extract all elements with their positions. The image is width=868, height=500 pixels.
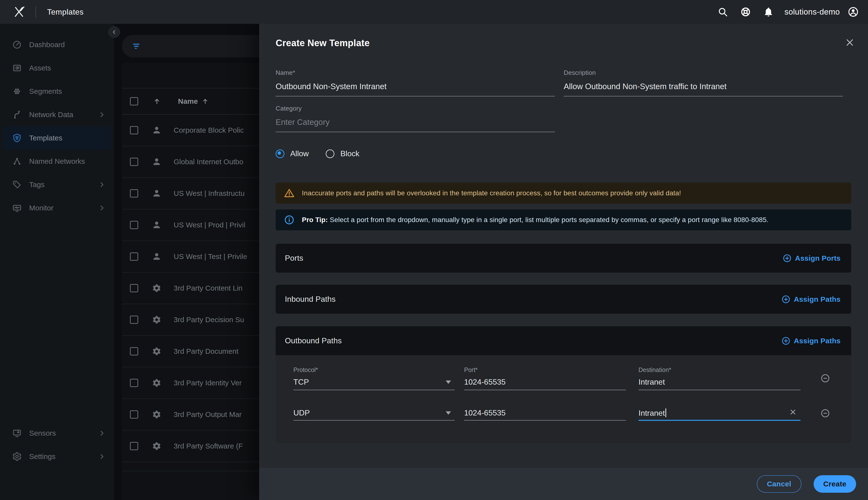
row-checkbox[interactable] bbox=[130, 316, 138, 324]
table-row[interactable]: 3rd Party Document bbox=[122, 336, 259, 367]
clear-input-icon[interactable] bbox=[789, 408, 797, 417]
cancel-button[interactable]: Cancel bbox=[757, 475, 801, 493]
destination-input-focused[interactable]: Intranet bbox=[638, 408, 666, 418]
sidebar-item-segments[interactable]: Segments bbox=[0, 80, 114, 103]
row-checkbox[interactable] bbox=[130, 410, 138, 419]
table-row[interactable]: 3rd Party Decision Su bbox=[122, 304, 259, 336]
row-checkbox[interactable] bbox=[130, 221, 138, 229]
row-checkbox[interactable] bbox=[130, 442, 138, 450]
dropdown-caret-icon[interactable] bbox=[445, 411, 451, 415]
row-checkbox[interactable] bbox=[130, 379, 138, 387]
name-field[interactable]: Name* Outbound Non-System Intranet bbox=[276, 69, 555, 96]
table-row[interactable]: US West | Test | Privile bbox=[122, 241, 259, 273]
category-field[interactable]: Category Enter Category bbox=[276, 105, 555, 132]
sidebar-item-label: Monitor bbox=[29, 204, 54, 212]
sidebar-item-tags[interactable]: Tags bbox=[0, 173, 114, 196]
sidebar-item-label: Named Networks bbox=[29, 157, 85, 166]
row-checkbox[interactable] bbox=[130, 252, 138, 261]
input-underline bbox=[276, 132, 555, 132]
destination-input[interactable]: Intranet bbox=[638, 377, 665, 387]
protocol-select[interactable]: TCP bbox=[293, 377, 309, 387]
input-underline bbox=[276, 96, 555, 96]
segments-icon bbox=[12, 87, 22, 96]
gear-icon bbox=[152, 410, 162, 419]
filter-bar[interactable] bbox=[122, 35, 259, 57]
close-icon[interactable] bbox=[845, 37, 855, 48]
assign-inbound-paths-button[interactable]: Assign Paths bbox=[781, 295, 841, 304]
outbound-paths-rows: Protocol* Port* Destination* TCP 1024-65… bbox=[276, 355, 851, 443]
input-underline bbox=[564, 96, 843, 96]
select-all-checkbox[interactable] bbox=[130, 97, 138, 105]
sidebar-item-network-data[interactable]: Network Data bbox=[0, 103, 114, 126]
create-button[interactable]: Create bbox=[813, 475, 856, 493]
account-name[interactable]: solutions-demo bbox=[785, 7, 840, 16]
sidebar-item-label: Dashboard bbox=[29, 41, 65, 49]
table-row[interactable]: US West | Infrastructu bbox=[122, 178, 259, 209]
sort-ascending-icon[interactable] bbox=[153, 97, 161, 105]
sidebar-item-label: Templates bbox=[29, 134, 62, 142]
sidebar-item-dashboard[interactable]: Dashboard bbox=[0, 33, 114, 56]
input-underline-focused bbox=[638, 420, 800, 421]
modal-footer: Cancel Create bbox=[259, 468, 868, 500]
help-icon[interactable] bbox=[740, 7, 751, 17]
row-checkbox[interactable] bbox=[130, 347, 138, 355]
table-empty-strip bbox=[122, 462, 259, 471]
row-checkbox[interactable] bbox=[130, 126, 138, 134]
monitor-icon bbox=[12, 203, 22, 213]
sidebar-item-named-networks[interactable]: Named Networks bbox=[0, 150, 114, 173]
description-value[interactable]: Allow Outbound Non-System traffic to Int… bbox=[564, 82, 843, 91]
row-checkbox[interactable] bbox=[130, 284, 138, 292]
app-logo-icon[interactable] bbox=[13, 5, 25, 18]
port-label: Port* bbox=[464, 366, 478, 373]
port-input[interactable]: 1024-65535 bbox=[464, 377, 506, 387]
protocol-select[interactable]: UDP bbox=[293, 408, 310, 417]
block-radio[interactable]: Block bbox=[326, 149, 359, 158]
protocol-label: Protocol* bbox=[293, 366, 318, 373]
table-row[interactable]: Corporate Block Polic bbox=[122, 115, 259, 146]
sidebar-item-assets[interactable]: Assets bbox=[0, 56, 114, 80]
chevron-right-icon bbox=[98, 204, 105, 212]
topbar-actions: solutions-demo bbox=[705, 6, 859, 18]
sidebar-collapse-button[interactable] bbox=[108, 26, 120, 38]
sidebar-item-sensors[interactable]: Sensors bbox=[0, 421, 114, 445]
chevron-right-icon bbox=[98, 430, 105, 437]
table-row[interactable]: 3rd Party Identity Ver bbox=[122, 367, 259, 399]
account-icon[interactable] bbox=[848, 6, 859, 18]
name-column-header[interactable]: Name bbox=[178, 97, 198, 105]
row-checkbox[interactable] bbox=[130, 158, 138, 166]
inbound-paths-section: Inbound Paths Assign Paths bbox=[276, 285, 851, 314]
table-row[interactable]: 3rd Party Output Mar bbox=[122, 399, 259, 431]
category-placeholder[interactable]: Enter Category bbox=[276, 117, 555, 127]
assign-inbound-paths-label: Assign Paths bbox=[794, 295, 841, 304]
sort-arrow-icon bbox=[201, 98, 209, 105]
assign-ports-button[interactable]: Assign Ports bbox=[783, 254, 841, 263]
description-label: Description bbox=[564, 69, 843, 77]
table-row[interactable]: 3rd Party Content Lin bbox=[122, 273, 259, 304]
person-icon bbox=[152, 252, 162, 261]
dropdown-caret-icon[interactable] bbox=[445, 380, 451, 384]
sidebar-item-monitor[interactable]: Monitor bbox=[0, 196, 114, 220]
search-icon[interactable] bbox=[717, 7, 728, 17]
warning-banner: Inaccurate ports and paths will be overl… bbox=[276, 183, 851, 204]
name-value[interactable]: Outbound Non-System Intranet bbox=[276, 82, 555, 91]
sidebar-bottom-nav: Sensors Settings bbox=[0, 421, 114, 468]
allow-radio[interactable]: Allow bbox=[276, 149, 309, 158]
protip-banner: Pro Tip: Select a port from the dropdown… bbox=[276, 209, 851, 230]
sidebar-item-templates[interactable]: Templates bbox=[3, 126, 111, 150]
sidebar-item-settings[interactable]: Settings bbox=[0, 445, 114, 468]
row-checkbox[interactable] bbox=[130, 189, 138, 197]
notifications-icon[interactable] bbox=[763, 7, 774, 17]
destination-value: Intranet bbox=[638, 409, 665, 417]
port-input[interactable]: 1024-65535 bbox=[464, 408, 506, 417]
table-row[interactable]: US West | Prod | Privil bbox=[122, 209, 259, 241]
remove-row-icon[interactable] bbox=[820, 408, 830, 418]
plus-circle-icon bbox=[781, 295, 790, 304]
protip-body: Select a port from the dropdown, manuall… bbox=[328, 216, 768, 224]
assign-outbound-paths-button[interactable]: Assign Paths bbox=[781, 336, 841, 345]
remove-row-icon[interactable] bbox=[820, 373, 830, 383]
template-name: US West | Infrastructu bbox=[174, 189, 245, 197]
table-row[interactable]: Global Internet Outbo bbox=[122, 146, 259, 178]
table-row[interactable]: 3rd Party Software (F bbox=[122, 431, 259, 462]
description-field[interactable]: Description Allow Outbound Non-System tr… bbox=[564, 69, 843, 96]
sidebar: Dashboard Assets bbox=[0, 24, 115, 500]
